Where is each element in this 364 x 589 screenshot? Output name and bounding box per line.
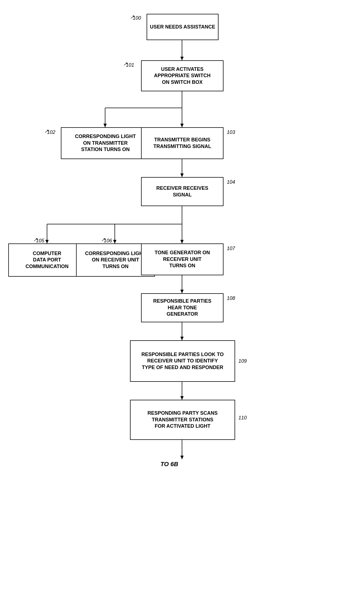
- svg-marker-19: [180, 290, 184, 293]
- ref-104: 104: [227, 179, 235, 185]
- svg-marker-13: [45, 240, 49, 243]
- node-100: USER NEEDS ASSISTANCE: [147, 14, 219, 40]
- node-103: TRANSMITTER BEGINSTRANSMITTING SIGNAL: [141, 127, 223, 159]
- ref-103: 103: [227, 129, 235, 135]
- ref-110: 110: [238, 415, 247, 421]
- svg-marker-9: [180, 173, 184, 177]
- svg-marker-21: [180, 337, 184, 340]
- svg-marker-7: [180, 124, 184, 127]
- node-107: TONE GENERATOR ONRECEIVER UNITTURNS ON: [141, 243, 223, 275]
- svg-marker-17: [180, 240, 184, 243]
- node-109: RESPONSIBLE PARTIES LOOK TORECEIVER UNIT…: [130, 340, 235, 382]
- svg-marker-5: [103, 124, 107, 127]
- node-102: CORRESPONDING LIGHTON TRANSMITTERSTATION…: [61, 127, 150, 159]
- ref-108: 108: [227, 295, 235, 301]
- svg-marker-1: [180, 57, 184, 60]
- to-6b-label: TO 6B: [160, 461, 178, 468]
- node-105: COMPUTERDATA PORTCOMMUNICATION: [8, 243, 86, 277]
- diagram-container: USER NEEDS ASSISTANCE 100 ↗ USER ACTIVAT…: [0, 0, 364, 589]
- node-101: USER ACTIVATESAPPROPRIATE SWITCHON SWITC…: [141, 60, 223, 91]
- ref-109: 109: [238, 358, 247, 364]
- node-110: RESPONDING PARTY SCANSTRANSMITTER STATIO…: [130, 400, 235, 440]
- svg-marker-15: [113, 240, 116, 243]
- node-108: RESPONSIBLE PARTIESHEAR TONEGENERATOR: [141, 293, 223, 322]
- svg-marker-23: [180, 396, 184, 400]
- ref-107: 107: [227, 246, 235, 251]
- node-104: RECEIVER RECEIVESSIGNAL: [141, 177, 223, 206]
- svg-marker-25: [180, 456, 184, 459]
